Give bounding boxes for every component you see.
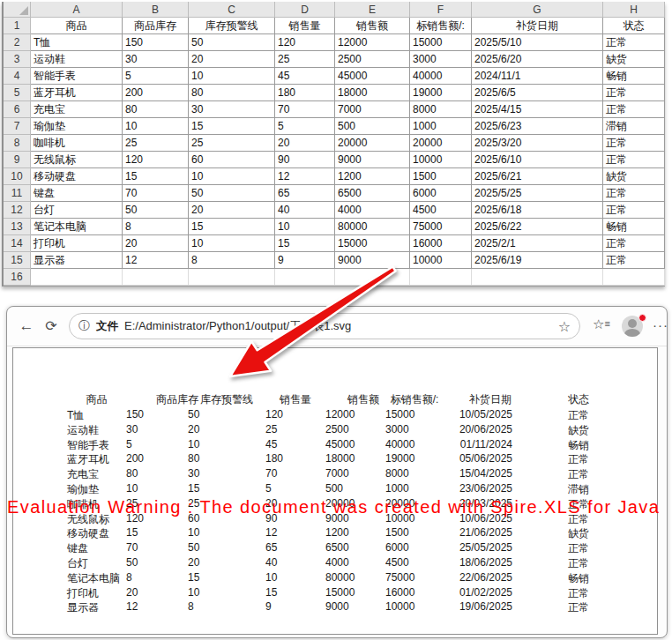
excel-cell[interactable]: 正常 [603, 135, 665, 152]
excel-cell[interactable]: 2025/6/19 [472, 252, 603, 269]
excel-cell[interactable] [335, 269, 410, 286]
excel-cell[interactable]: 正常 [603, 252, 665, 269]
select-all-corner[interactable] [4, 2, 31, 18]
excel-cell[interactable]: 2025/6/10 [472, 152, 603, 168]
excel-cell[interactable]: 8 [123, 219, 189, 235]
row-header[interactable]: 7 [4, 118, 31, 135]
column-header[interactable]: H [603, 2, 665, 18]
excel-cell[interactable]: 15 [123, 168, 189, 185]
excel-cell[interactable]: 8000 [410, 101, 472, 118]
excel-cell[interactable]: 18000 [335, 85, 410, 101]
excel-cell[interactable]: 10 [189, 235, 275, 252]
address-bar[interactable]: ⓘ 文件 E:/Administrator/Python1/output/工作表… [69, 313, 580, 339]
excel-cell[interactable]: 滞销 [603, 118, 665, 135]
row-header[interactable]: 9 [4, 152, 31, 168]
excel-cell[interactable]: 80 [123, 101, 189, 118]
excel-cell[interactable]: 正常 [603, 152, 665, 168]
row-header[interactable]: 14 [4, 235, 31, 252]
excel-cell[interactable]: 移动硬盘 [31, 168, 123, 185]
excel-cell[interactable]: 缺货 [603, 168, 665, 185]
excel-cell[interactable] [410, 269, 472, 286]
excel-cell[interactable]: 9000 [335, 252, 410, 269]
excel-cell[interactable]: 15 [275, 235, 335, 252]
row-header[interactable]: 4 [4, 68, 31, 85]
excel-cell[interactable]: 正常 [603, 101, 665, 118]
excel-cell[interactable]: 50 [189, 185, 275, 202]
excel-cell[interactable]: 2025/5/25 [472, 185, 603, 202]
excel-cell[interactable]: 畅销 [603, 219, 665, 235]
excel-cell[interactable]: 10 [123, 118, 189, 135]
excel-cell[interactable]: 5 [123, 68, 189, 85]
excel-cell[interactable]: 50 [189, 34, 275, 51]
reload-button[interactable]: ⟳ [40, 315, 63, 338]
excel-cell[interactable]: 状态 [603, 18, 665, 34]
row-header[interactable]: 2 [4, 34, 31, 51]
excel-cell[interactable]: 商品库存 [123, 18, 189, 34]
row-header[interactable]: 15 [4, 252, 31, 269]
excel-cell[interactable]: 2025/6/5 [472, 85, 603, 101]
excel-cell[interactable] [275, 269, 335, 286]
excel-cell[interactable]: 16000 [410, 235, 472, 252]
excel-cell[interactable]: 4000 [335, 202, 410, 219]
column-header[interactable]: E [335, 2, 410, 18]
excel-cell[interactable]: 65 [275, 185, 335, 202]
excel-cell[interactable]: 1500 [410, 168, 472, 185]
excel-cell[interactable]: 咖啡机 [31, 135, 123, 152]
excel-cell[interactable]: 45000 [335, 68, 410, 85]
excel-cell[interactable]: 20 [189, 202, 275, 219]
excel-cell[interactable]: 12 [275, 168, 335, 185]
excel-cell[interactable]: 120 [275, 34, 335, 51]
excel-cell[interactable] [123, 269, 189, 286]
excel-cell[interactable]: 20 [123, 235, 189, 252]
excel-cell[interactable]: 25 [275, 51, 335, 68]
excel-cell[interactable]: 75000 [410, 219, 472, 235]
excel-cell[interactable]: 台灯 [31, 202, 123, 219]
row-header[interactable]: 12 [4, 202, 31, 219]
excel-cell[interactable]: 库存预警线 [189, 18, 275, 34]
column-header[interactable]: D [275, 2, 335, 18]
excel-cell[interactable]: 70 [123, 185, 189, 202]
column-header[interactable]: G [472, 2, 603, 18]
column-header[interactable]: C [189, 2, 275, 18]
excel-cell[interactable]: 2025/5/10 [472, 34, 603, 51]
excel-cell[interactable]: 6500 [335, 185, 410, 202]
excel-cell[interactable]: 40000 [410, 68, 472, 85]
excel-cell[interactable]: 25 [123, 135, 189, 152]
excel-cell[interactable]: 150 [123, 34, 189, 51]
excel-cell[interactable]: 90 [275, 152, 335, 168]
excel-cell[interactable]: 200 [123, 85, 189, 101]
excel-cell[interactable]: 无线鼠标 [31, 152, 123, 168]
excel-cell[interactable]: 9 [275, 252, 335, 269]
excel-cell[interactable]: 2025/3/20 [472, 135, 603, 152]
excel-cell[interactable]: 2500 [335, 51, 410, 68]
excel-cell[interactable]: 键盘 [31, 185, 123, 202]
column-header[interactable]: F [410, 2, 472, 18]
excel-cell[interactable]: 20 [275, 135, 335, 152]
excel-cell[interactable]: 正常 [603, 235, 665, 252]
excel-cell[interactable]: 15 [189, 219, 275, 235]
excel-cell[interactable]: 10 [189, 68, 275, 85]
excel-cell[interactable]: 2025/6/20 [472, 51, 603, 68]
excel-cell[interactable]: 70 [275, 101, 335, 118]
excel-cell[interactable]: 8 [189, 252, 275, 269]
column-header[interactable]: A [31, 2, 123, 18]
excel-cell[interactable]: 显示器 [31, 252, 123, 269]
bookmark-star-icon[interactable]: ☆ [558, 318, 571, 335]
excel-cell[interactable] [189, 269, 275, 286]
excel-cell[interactable]: 充电宝 [31, 101, 123, 118]
excel-cell[interactable]: 15000 [335, 235, 410, 252]
excel-cell[interactable]: 2025/6/22 [472, 219, 603, 235]
excel-cell[interactable] [31, 269, 123, 286]
excel-cell[interactable]: 笔记本电脑 [31, 219, 123, 235]
excel-cell[interactable]: 2025/2/1 [472, 235, 603, 252]
column-header[interactable]: B [123, 2, 189, 18]
excel-cell[interactable]: 6000 [410, 185, 472, 202]
excel-cell[interactable]: 销售额 [335, 18, 410, 34]
excel-cell[interactable]: 80000 [335, 219, 410, 235]
excel-cell[interactable]: 30 [123, 51, 189, 68]
excel-cell[interactable]: 20000 [410, 135, 472, 152]
excel-cell[interactable] [472, 269, 603, 286]
excel-cell[interactable]: 180 [275, 85, 335, 101]
excel-cell[interactable]: 2025/6/18 [472, 202, 603, 219]
excel-cell[interactable]: 2024/11/1 [472, 68, 603, 85]
